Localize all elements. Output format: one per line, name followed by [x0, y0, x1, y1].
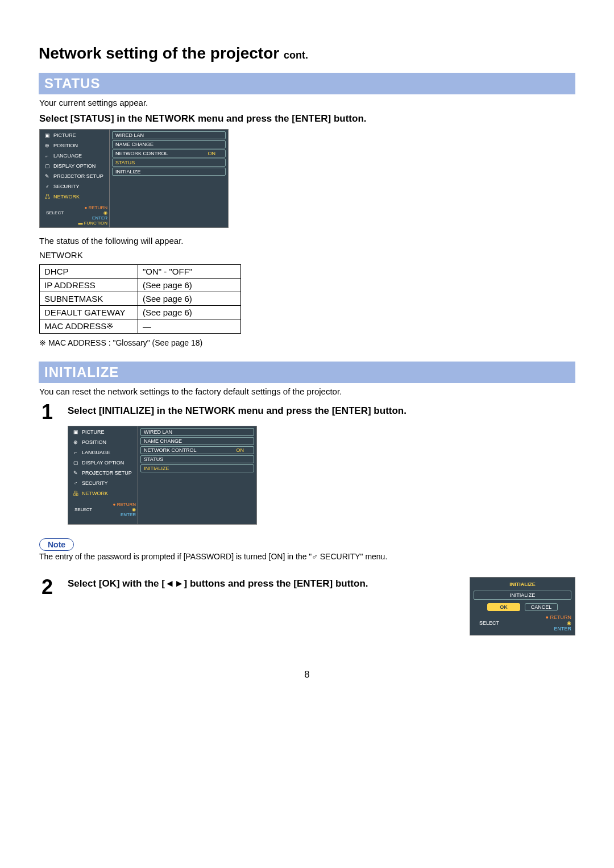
submenu-network-control: NETWORK CONTROLON	[140, 446, 254, 454]
network-icon: 品	[72, 490, 79, 497]
section-heading-initialize: INITIALIZE	[39, 362, 575, 383]
dialog-nav-hints: ● RETURN SELECT ◉ ENTER	[472, 614, 572, 633]
menu-item-security: ♂SECURITY	[42, 182, 107, 191]
table-row: IP ADDRESS(See page 6)	[40, 279, 241, 292]
menu-item-language: ⌐LANGUAGE	[70, 448, 136, 457]
return-hint: ● RETURN	[546, 614, 571, 620]
enter-hint: ENTER	[554, 626, 571, 632]
tool-icon: ✎	[72, 470, 79, 476]
page-title: Network setting of the projector cont.	[39, 44, 575, 63]
step-1: 1 Select [INITIALIZE] in the NETWORK men…	[39, 402, 575, 422]
submenu-initialize: INITIALIZE	[112, 168, 226, 176]
title-cont: cont.	[284, 49, 308, 61]
submenu-status: STATUS	[140, 455, 254, 463]
menu-item-position: ⊕POSITION	[70, 438, 136, 447]
osd-nav-hints: ● RETURN SELECT ◉ ENTER	[68, 499, 138, 519]
network-table-caption: NETWORK	[39, 250, 575, 260]
move-icon: ⊕	[72, 439, 79, 446]
submenu-name-change: NAME CHANGE	[140, 437, 254, 445]
display-icon: ▢	[72, 459, 79, 466]
table-row: SUBNETMASK(See page 6)	[40, 292, 241, 306]
osd-main-menu: ▣PICTURE ⊕POSITION ⌐LANGUAGE ▢DISPLAY OP…	[68, 426, 138, 525]
network-icon: 品	[44, 193, 51, 200]
osd-submenu: WIRED LAN NAME CHANGE NETWORK CONTROLON …	[110, 129, 229, 228]
select-hint: SELECT	[46, 210, 64, 215]
dialog-title: INITIALIZE	[472, 582, 572, 587]
mac-address-footnote: ※ MAC ADDRESS : "Glossary" (See page 18)	[39, 338, 575, 347]
globe-icon: ⌐	[44, 152, 51, 159]
submenu-name-change: NAME CHANGE	[112, 140, 226, 148]
osd-menu-initialize: ▣PICTURE ⊕POSITION ⌐LANGUAGE ▢DISPLAY OP…	[68, 426, 575, 525]
osd-nav-hints: ● RETURN SELECT ◉ ENTER ▬ FUNCTION	[40, 202, 109, 227]
menu-item-network: 品NETWORK	[42, 192, 107, 201]
lock-icon: ♂	[72, 480, 79, 487]
status-instruction: Select [STATUS] in the NETWORK menu and …	[39, 113, 575, 124]
osd-main-menu: ▣PICTURE ⊕POSITION ⌐LANGUAGE ▢DISPLAY OP…	[39, 129, 110, 228]
status-of-following: The status of the following will appear.	[39, 236, 575, 246]
tool-icon: ✎	[44, 173, 51, 180]
ok-button[interactable]: OK	[487, 603, 520, 611]
submenu-network-control: NETWORK CONTROLON	[112, 149, 226, 157]
menu-item-picture: ▣PICTURE	[42, 131, 107, 140]
return-hint: ● RETURN	[113, 502, 136, 507]
step-1-text: Select [INITIALIZE] in the NETWORK menu …	[68, 402, 406, 417]
menu-item-display-option: ▢DISPLAY OPTION	[70, 458, 136, 467]
network-status-table: DHCP"ON" - "OFF" IP ADDRESS(See page 6) …	[39, 264, 241, 334]
menu-item-language: ⌐LANGUAGE	[42, 151, 107, 160]
section-heading-status: STATUS	[39, 73, 575, 94]
manual-page: Network setting of the projector cont. S…	[0, 0, 614, 703]
note-text: The entry of the password is prompted if…	[39, 552, 575, 561]
step-2-text: Select [OK] with the [◄►] buttons and pr…	[68, 577, 457, 589]
submenu-status: STATUS	[112, 159, 226, 167]
lock-icon: ♂	[312, 552, 318, 561]
heading-text: INITIALIZE	[44, 364, 572, 380]
menu-item-network: 品NETWORK	[70, 489, 136, 498]
heading-text: STATUS	[44, 76, 572, 92]
move-icon: ⊕	[44, 142, 51, 149]
menu-item-display-option: ▢DISPLAY OPTION	[42, 161, 107, 171]
dialog-buttons: OK CANCEL	[474, 603, 571, 611]
return-hint: ● RETURN	[85, 205, 107, 210]
submenu-wired-lan: WIRED LAN	[112, 131, 226, 139]
status-lead: Your current settings appear.	[39, 98, 575, 107]
function-hint: ▬ FUNCTION	[78, 221, 107, 226]
select-hint: SELECT	[74, 507, 92, 512]
submenu-wired-lan: WIRED LAN	[140, 428, 254, 436]
initialize-dialog: INITIALIZE INITIALIZE OK CANCEL ● RETURN…	[470, 577, 575, 636]
enter-hint: ENTER	[121, 512, 136, 517]
image-icon: ▣	[72, 429, 79, 435]
menu-item-security: ♂SECURITY	[70, 479, 136, 488]
title-main: Network setting of the projector	[39, 44, 279, 62]
step-number: 1	[39, 402, 55, 422]
cancel-button[interactable]: CANCEL	[525, 603, 558, 611]
table-row: MAC ADDRESS※—	[40, 319, 241, 334]
globe-icon: ⌐	[72, 449, 79, 456]
menu-item-picture: ▣PICTURE	[70, 427, 136, 437]
page-number: 8	[39, 670, 575, 680]
menu-item-projector-setup: ✎PROJECTOR SETUP	[42, 172, 107, 181]
dialog-message: INITIALIZE	[474, 591, 571, 600]
enter-hint: ENTER	[92, 215, 107, 221]
table-row: DEFAULT GATEWAY(See page 6)	[40, 306, 241, 319]
select-hint: SELECT	[479, 620, 499, 626]
osd-menu-status: ▣PICTURE ⊕POSITION ⌐LANGUAGE ▢DISPLAY OP…	[39, 129, 575, 228]
lock-icon: ♂	[44, 183, 51, 190]
image-icon: ▣	[44, 132, 51, 139]
menu-item-projector-setup: ✎PROJECTOR SETUP	[70, 468, 136, 477]
table-row: DHCP"ON" - "OFF"	[40, 265, 241, 279]
step-2: 2 Select [OK] with the [◄►] buttons and …	[39, 577, 575, 636]
note-label: Note	[39, 538, 74, 551]
initialize-lead: You can reset the network settings to th…	[39, 387, 575, 396]
osd-submenu: WIRED LAN NAME CHANGE NETWORK CONTROLON …	[138, 426, 257, 525]
step-number: 2	[39, 577, 55, 597]
submenu-initialize: INITIALIZE	[140, 464, 254, 472]
display-icon: ▢	[44, 163, 51, 169]
menu-item-position: ⊕POSITION	[42, 141, 107, 150]
